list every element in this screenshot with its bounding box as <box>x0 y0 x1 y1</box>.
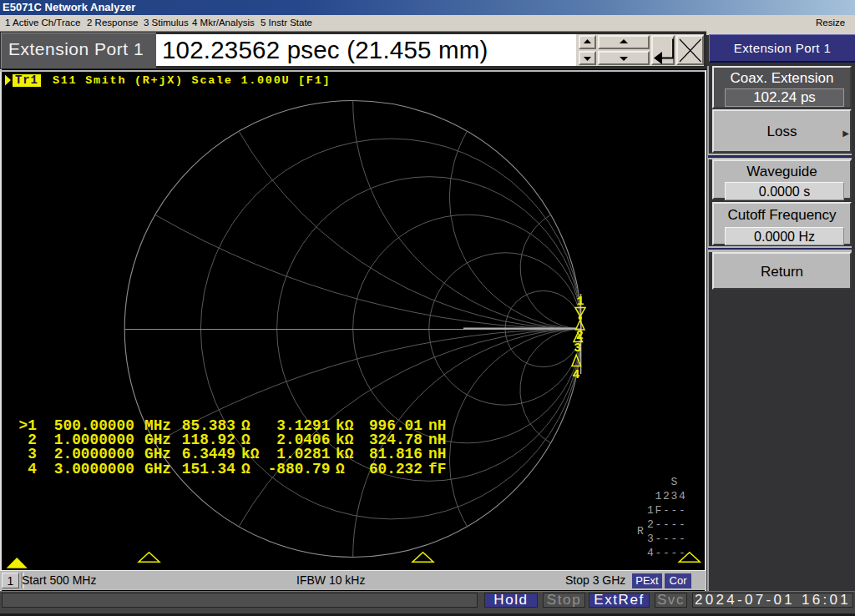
svg-text:3: 3 <box>574 341 581 356</box>
svg-text:1: 1 <box>576 295 584 309</box>
svg-text:4: 4 <box>572 368 579 382</box>
